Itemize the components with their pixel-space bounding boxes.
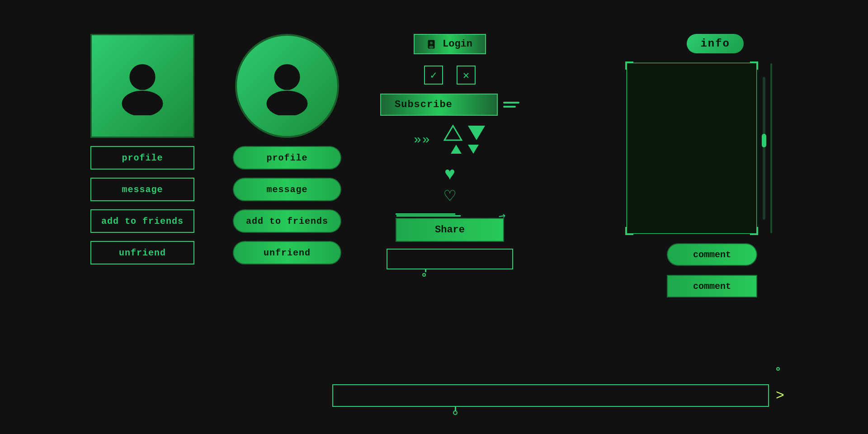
user-icon-square <box>113 57 172 115</box>
triangle-up-outline-icon <box>443 125 462 141</box>
user-login-icon <box>427 39 438 50</box>
share-top-line <box>396 213 455 215</box>
chevron-right-button[interactable]: > <box>776 387 784 404</box>
login-button[interactable]: Login <box>414 34 486 54</box>
check-box[interactable]: ✓ <box>424 66 443 85</box>
corner-tl <box>625 61 633 70</box>
triangle-down-filled-icon <box>467 125 486 141</box>
x-mark-icon: ✕ <box>463 69 469 82</box>
triangle-down-small-icon <box>467 144 480 155</box>
svg-marker-10 <box>468 145 479 154</box>
hearts-column: ♥ ♡ <box>444 166 455 207</box>
share-btn-wrapper: ↗ Share <box>396 218 504 242</box>
checkboxes-row: ✓ ✕ <box>424 66 476 85</box>
svg-point-3 <box>267 90 308 115</box>
scrollbar-track <box>763 77 765 220</box>
info-panel <box>626 62 757 234</box>
login-label: Login <box>443 38 472 50</box>
svg-point-2 <box>274 64 300 90</box>
subscribe-wrap: Subscribe <box>380 94 519 116</box>
unfriend-button-rect[interactable]: unfriend <box>90 241 194 264</box>
subscribe-label: Subscribe <box>395 99 453 110</box>
bottom-input-wide[interactable] <box>332 384 769 407</box>
main-canvas: profile message add to friends unfriend … <box>75 20 793 414</box>
checkmark-icon: ✓ <box>430 69 437 82</box>
input-bar[interactable] <box>387 249 513 269</box>
comment-button-rect[interactable]: comment <box>667 275 757 297</box>
x-box[interactable]: ✕ <box>457 66 476 85</box>
menu-line-1 <box>503 102 519 104</box>
tri-row-small <box>450 144 480 155</box>
corner-bl <box>625 227 633 235</box>
svg-marker-9 <box>451 145 462 154</box>
input-node-dot <box>422 273 426 277</box>
avatar-circle <box>235 34 339 138</box>
profile-button-rect[interactable]: profile <box>90 146 194 170</box>
triangle-up-small-icon <box>450 144 462 155</box>
menu-line-2 <box>503 106 516 108</box>
bottom-input-row: > <box>332 384 784 407</box>
menu-lines <box>503 102 519 108</box>
right-edge-bar <box>770 63 772 233</box>
svg-point-0 <box>129 64 155 90</box>
unfriend-button-pill[interactable]: unfriend <box>233 241 341 264</box>
left-column: profile message add to friends unfriend <box>84 34 201 400</box>
message-button-rect[interactable]: message <box>90 178 194 201</box>
main-layout: profile message add to friends unfriend … <box>84 34 784 400</box>
scrollbar-thumb[interactable] <box>762 134 766 147</box>
center-section: Login ✓ ✕ Subscribe <box>377 34 522 400</box>
message-button-pill[interactable]: message <box>233 178 341 201</box>
avatar-square <box>90 34 194 138</box>
right-column: info comment comment <box>522 34 784 400</box>
info-badge: info <box>687 34 744 53</box>
svg-point-5 <box>430 42 433 44</box>
comment-button-rounded[interactable]: comment <box>667 243 757 266</box>
share-button[interactable]: Share <box>396 218 504 242</box>
share-area: ↗ Share <box>377 218 522 269</box>
tri-row-large <box>443 125 486 141</box>
double-chevron-icon: »» <box>414 133 430 147</box>
svg-marker-7 <box>444 126 462 140</box>
svg-point-6 <box>429 46 434 48</box>
node-dot-right <box>776 367 780 371</box>
profile-button-pill[interactable]: profile <box>233 146 341 170</box>
svg-point-1 <box>122 90 163 115</box>
corner-tr <box>750 61 758 70</box>
user-icon-circle <box>258 57 316 115</box>
arrows-row: »» <box>414 125 486 155</box>
corner-br <box>750 227 758 235</box>
triangles-group <box>443 125 486 155</box>
add-friends-button-rect[interactable]: add to friends <box>90 209 194 233</box>
subscribe-button[interactable]: Subscribe <box>380 94 498 116</box>
svg-marker-8 <box>468 126 485 140</box>
heart-filled-icon: ♥ <box>444 166 455 184</box>
bottom-input-node <box>453 410 458 415</box>
add-friends-button-pill[interactable]: add to friends <box>233 209 341 233</box>
mid-column: profile message add to friends unfriend <box>224 34 350 400</box>
heart-outline-icon: ♡ <box>444 189 455 207</box>
